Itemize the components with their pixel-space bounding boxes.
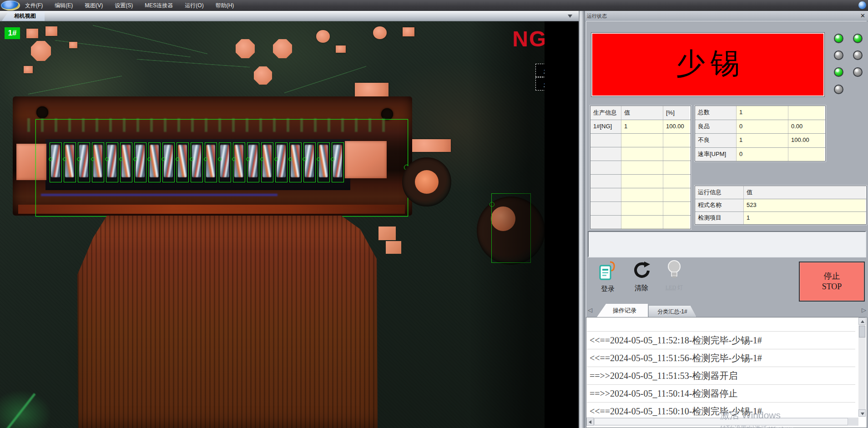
panel-title-bar: 运行状态 ✕ bbox=[585, 11, 868, 21]
log-rows: <<==2024-05-05_11:52:18-检测完毕-少锡-1#<<==20… bbox=[587, 317, 855, 420]
table-cell bbox=[788, 106, 824, 120]
table-header-cell: 值 bbox=[744, 186, 865, 199]
log-tab-bar: ◁ 操作记录 分类汇总-1# ▷ bbox=[585, 304, 868, 317]
scroll-down-button[interactable] bbox=[858, 409, 866, 417]
camera-viewport: 1# NG 少锡少锡 bbox=[0, 21, 579, 428]
inspection-result-label: NG bbox=[512, 27, 545, 51]
operation-log-list: <<==2024-05-05_11:52:18-检测完毕-少锡-1#<<==20… bbox=[586, 317, 867, 428]
scroll-up-button[interactable] bbox=[858, 317, 866, 325]
table-header-cell: [%] bbox=[663, 106, 690, 120]
table-cell bbox=[663, 134, 690, 147]
table-header-cell: 生产信息 bbox=[590, 106, 621, 120]
table-row: 生产信息值[%] bbox=[590, 106, 691, 120]
stop-label-en: STOP bbox=[800, 282, 864, 292]
application-window: 文件(F)编辑(E)视图(V)设置(S)MES连接器运行(O)帮助(H) 相机视… bbox=[0, 0, 868, 428]
status-led-off bbox=[834, 85, 843, 94]
log-horizontal-scrollbar[interactable] bbox=[586, 418, 858, 426]
table-cell: 检测项目 bbox=[695, 212, 744, 224]
table-row: 运行信息值 bbox=[695, 186, 866, 199]
tab-classification-summary[interactable]: 分类汇总-1# bbox=[648, 305, 696, 317]
table-cell bbox=[621, 175, 663, 188]
log-entry: ==>>2024-05-05_11:51:53-检测器开启 bbox=[587, 367, 855, 385]
table-cell: 1 bbox=[737, 106, 788, 120]
table-cell bbox=[621, 216, 663, 229]
table-cell bbox=[590, 216, 621, 229]
table-cell: 1 bbox=[621, 120, 663, 133]
table-cell: 0.00 bbox=[788, 120, 824, 134]
status-led-on bbox=[853, 34, 863, 43]
station-badge: 1# bbox=[5, 27, 20, 39]
run-info-table: 运行信息值程式名称523检测项目1 bbox=[695, 186, 867, 225]
led-label: LED 灯 bbox=[661, 284, 688, 292]
scroll-left-button[interactable] bbox=[586, 418, 594, 426]
table-row: 良品00.00 bbox=[695, 120, 825, 134]
arrow-up-icon bbox=[861, 320, 864, 323]
status-led-off bbox=[853, 67, 863, 77]
table-cell bbox=[590, 175, 621, 188]
status-led-off bbox=[834, 50, 843, 60]
log-entry: <<==2024-05-05_11:52:18-检测完毕-少锡-1# bbox=[587, 332, 855, 349]
table-row: 程式名称523 bbox=[695, 199, 866, 212]
photo-vignette bbox=[0, 21, 545, 428]
tab-scroll-right-icon[interactable]: ▷ bbox=[862, 306, 866, 314]
tab-list-dropdown-button[interactable] bbox=[566, 14, 574, 19]
menu-item[interactable]: 编辑(E) bbox=[49, 0, 79, 11]
window-system-icon[interactable] bbox=[858, 1, 866, 9]
table-row: 总数1 bbox=[695, 106, 825, 120]
log-entry: <<==2024-05-05_11:51:56-检测完毕-少锡-1# bbox=[587, 349, 855, 367]
tab-camera-view[interactable]: 相机视图 bbox=[2, 11, 45, 21]
table-cell bbox=[621, 188, 663, 201]
status-led-on bbox=[834, 34, 843, 43]
login-button[interactable]: 登录 bbox=[594, 260, 621, 293]
chevron-down-icon bbox=[568, 15, 572, 20]
table-cell bbox=[621, 202, 663, 215]
table-cell: 程式名称 bbox=[695, 199, 744, 211]
table-cell: 0 bbox=[737, 148, 788, 161]
table-cell: 100.00 bbox=[663, 120, 690, 133]
tab-scroll-left-icon[interactable]: ◁ bbox=[588, 306, 592, 314]
message-box bbox=[588, 231, 866, 257]
table-row bbox=[590, 202, 691, 216]
table-row bbox=[590, 188, 691, 202]
table-cell: 100.00 bbox=[788, 134, 824, 147]
clear-button[interactable]: 清除 bbox=[628, 261, 655, 294]
led-light-button[interactable]: LED 灯 bbox=[661, 259, 688, 292]
refresh-icon bbox=[632, 274, 651, 282]
log-vertical-scrollbar[interactable] bbox=[858, 317, 866, 417]
table-row: 1#[NG]1100.00 bbox=[590, 120, 691, 134]
pcb-photo: 1# NG 少锡少锡 bbox=[0, 21, 545, 428]
table-cell bbox=[590, 202, 621, 215]
table-cell: 速率[UPM] bbox=[695, 148, 737, 161]
menu-item[interactable]: 帮助(H) bbox=[210, 0, 240, 11]
table-cell: 1 bbox=[737, 134, 788, 147]
menu-item[interactable]: 设置(S) bbox=[109, 0, 139, 11]
alarm-banner: 少锡 bbox=[591, 33, 824, 96]
table-row: 速率[UPM]0 bbox=[695, 148, 825, 161]
tab-operation-log[interactable]: 操作记录 bbox=[597, 304, 648, 317]
menu-items: 文件(F)编辑(E)视图(V)设置(S)MES连接器运行(O)帮助(H) bbox=[19, 0, 240, 11]
menu-bar: 文件(F)编辑(E)视图(V)设置(S)MES连接器运行(O)帮助(H) bbox=[0, 0, 868, 11]
table-cell bbox=[663, 147, 690, 161]
run-status-panel: 运行状态 ✕ 少锡 生产信息值[%]1#[NG]1100.00 总数1良品00.… bbox=[585, 11, 868, 428]
horizontal-scroll-thumb[interactable] bbox=[594, 418, 848, 425]
defect-tag: 少锡 bbox=[535, 77, 545, 91]
stop-button[interactable]: 停止 STOP bbox=[799, 262, 865, 302]
panel-title: 运行状态 bbox=[587, 11, 607, 21]
vertical-scroll-thumb[interactable] bbox=[859, 326, 865, 337]
menu-item[interactable]: MES连接器 bbox=[139, 0, 179, 11]
pane-splitter[interactable] bbox=[579, 11, 585, 428]
camera-tab-strip: 相机视图 bbox=[0, 11, 579, 21]
table-cell bbox=[663, 188, 690, 201]
close-icon[interactable]: ✕ bbox=[860, 11, 865, 21]
table-cell: 不良 bbox=[695, 134, 737, 147]
menu-item[interactable]: 视图(V) bbox=[79, 0, 109, 11]
clear-label: 清除 bbox=[628, 284, 655, 292]
menu-item[interactable]: 文件(F) bbox=[19, 0, 49, 11]
login-label: 登录 bbox=[594, 285, 621, 293]
table-cell bbox=[663, 161, 690, 174]
table-cell: 1 bbox=[744, 212, 865, 224]
menu-item[interactable]: 运行(O) bbox=[179, 0, 209, 11]
log-entry: ==>>2024-05-05_11:50:14-检测器停止 bbox=[587, 385, 855, 403]
table-row bbox=[590, 216, 691, 229]
table-row bbox=[590, 134, 691, 147]
